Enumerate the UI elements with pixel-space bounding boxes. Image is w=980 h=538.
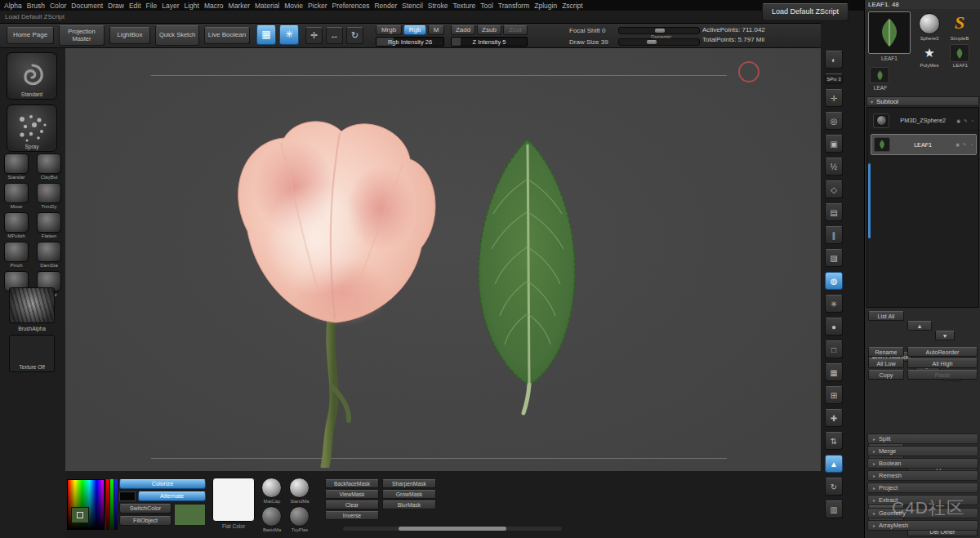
paintbrush-icon[interactable]: ✎	[964, 118, 969, 123]
menu-item[interactable]: Zscript	[562, 2, 583, 10]
secondary-color-swatch[interactable]	[119, 491, 136, 501]
bpr-render-icon[interactable]: ◐	[825, 51, 843, 69]
alpha-thumbnail[interactable]	[9, 287, 55, 323]
leaf-model[interactable]	[466, 135, 588, 420]
brush-item[interactable]: Move	[2, 183, 30, 209]
doc-view-icon[interactable]: ▥	[825, 500, 843, 518]
texture-slot[interactable]: Texture Off	[9, 335, 55, 372]
shade-icon[interactable]: ◔	[971, 118, 974, 123]
polymesh-star-icon[interactable]: ★	[919, 44, 940, 62]
blue-channel-bar[interactable]	[114, 479, 118, 530]
live-boolean-button[interactable]: Live Boolean	[204, 27, 250, 44]
load-default-zscript-button[interactable]: Load Default ZScript	[762, 3, 849, 21]
focal-shift-slider[interactable]	[618, 27, 700, 34]
brush-item[interactable]: DamSta	[35, 242, 63, 268]
menu-item[interactable]: Brush	[27, 2, 45, 10]
xpose-icon[interactable]: ✳	[825, 295, 843, 313]
mask-button[interactable]: BlurMask	[382, 500, 436, 509]
persp-icon[interactable]: ◇	[825, 180, 843, 198]
menu-item[interactable]: Tool	[480, 2, 493, 10]
menu-item[interactable]: Alpha	[4, 2, 22, 10]
simple-brush-icon[interactable]: S	[948, 11, 971, 34]
subtool-row[interactable]: PM3D_ZSphere2 ◉ ✎ ◔	[871, 111, 977, 131]
gyro-icon[interactable]: ✚	[825, 409, 843, 427]
material-item[interactable]: MatCap	[261, 478, 283, 504]
subtool-button[interactable]: All High	[907, 358, 978, 368]
actual-size-icon[interactable]: ▣	[825, 135, 843, 153]
quick-sketch-button[interactable]: Quick Sketch	[155, 25, 199, 46]
menu-item[interactable]: Preferences	[332, 2, 370, 10]
solo-icon[interactable]: ●	[825, 318, 843, 336]
red-channel-bar[interactable]	[106, 479, 109, 530]
z-intensity-slider[interactable]: Z Intensity 5	[451, 37, 528, 47]
draw-size-slider[interactable]	[618, 38, 700, 46]
local-sym-icon[interactable]: ∥	[825, 226, 843, 244]
menu-item[interactable]: Transform	[498, 2, 529, 10]
brush-standard[interactable]: Standard	[7, 52, 57, 100]
alternate-button[interactable]: Alternate	[138, 491, 206, 501]
menu-item[interactable]: File	[146, 2, 158, 10]
section-header[interactable]: Project	[867, 482, 978, 493]
eye-icon[interactable]: ◉	[956, 142, 960, 147]
menu-item[interactable]: Material	[255, 2, 279, 10]
menu-item[interactable]: Marker	[229, 2, 250, 10]
menu-item[interactable]: Draw	[108, 2, 124, 10]
mask-button[interactable]: Clear	[325, 500, 379, 509]
current-color-swatch[interactable]	[71, 507, 89, 523]
rgb-intensity-slider[interactable]: Rgb Intensity 26	[376, 37, 444, 47]
polyframe-icon[interactable]: ▦	[825, 363, 843, 381]
zsub-button[interactable]: Zsub	[477, 25, 501, 35]
uv-check-icon[interactable]: ⊞	[825, 386, 843, 404]
spix-slider[interactable]: SPix 3	[825, 73, 843, 84]
m-button[interactable]: M	[428, 25, 444, 35]
section-header[interactable]: ArrayMesh	[867, 520, 978, 531]
subtool-list[interactable]: PM3D_ZSphere2 ◉ ✎ ◔ LEAF1 ◉ ✎ ◔	[866, 107, 979, 308]
subtool-button[interactable]: All Low	[868, 358, 904, 368]
lightbox-button[interactable]: LightBox	[109, 27, 150, 44]
menu-item[interactable]: Texture	[452, 2, 475, 10]
brush-item[interactable]: TrimDy	[35, 183, 63, 209]
mask-button[interactable]: BackfaceMask	[325, 479, 379, 488]
brush-item[interactable]: Flatten	[35, 212, 63, 238]
menu-item[interactable]: Color	[50, 2, 66, 10]
mask-button[interactable]: GrowMask	[382, 490, 436, 499]
eye-icon[interactable]: ◉	[956, 118, 961, 123]
mrgb-button[interactable]: Mrgb	[376, 25, 402, 35]
mask-button[interactable]: SharpenMask	[382, 479, 436, 488]
green-channel-bar[interactable]	[110, 479, 114, 530]
list-all-button[interactable]: List All	[868, 311, 904, 321]
subtool-button[interactable]: AutoReorder	[907, 347, 978, 357]
subtool-button[interactable]: Copy	[868, 370, 904, 380]
menu-item[interactable]: Edit	[129, 2, 141, 10]
subtool-button[interactable]: Paste	[907, 370, 978, 380]
menu-item[interactable]: Document	[71, 2, 103, 10]
rotate-mode-icon[interactable]: ↻	[346, 27, 363, 44]
menu-item[interactable]: Render	[374, 2, 397, 10]
menu-item[interactable]: Macro	[204, 2, 224, 10]
brush-item[interactable]: Standar	[2, 153, 30, 180]
projection-master-button[interactable]: Projection Master	[59, 25, 105, 46]
scale-mode-icon[interactable]: ↔	[326, 27, 343, 44]
move-mode-icon[interactable]: ✛	[305, 27, 323, 44]
zcut-button[interactable]: Zcut	[503, 25, 528, 35]
mask-button[interactable]: ViewMask	[325, 490, 379, 499]
floor-grid-icon[interactable]: ▤	[825, 203, 843, 221]
current-tool-thumbnail[interactable]	[868, 11, 911, 54]
zadd-button[interactable]: Zadd	[451, 25, 475, 35]
menu-item[interactable]: Movie	[284, 2, 303, 10]
menu-item[interactable]: Stroke	[428, 2, 448, 10]
menu-item[interactable]: Layer	[162, 2, 179, 10]
section-header[interactable]: Split	[867, 434, 978, 444]
brush-item[interactable]: ClayBui	[35, 153, 63, 180]
brush-spray[interactable]: Spray	[7, 104, 57, 152]
material-item[interactable]: ToyPlas	[289, 506, 310, 532]
menu-item[interactable]: Stencil	[402, 2, 423, 10]
menu-item[interactable]: Zplugin	[534, 2, 557, 10]
rose-model[interactable]	[203, 117, 456, 471]
brush-item[interactable]: MPolish	[2, 212, 30, 238]
colorize-button[interactable]: Colorize	[119, 479, 206, 489]
material-item[interactable]: BasicMa	[261, 506, 283, 532]
flat-color-material[interactable]	[212, 478, 255, 522]
ghost-icon[interactable]: ◍	[825, 272, 843, 290]
sculptris-pro-icon[interactable]: ▲	[825, 455, 843, 473]
